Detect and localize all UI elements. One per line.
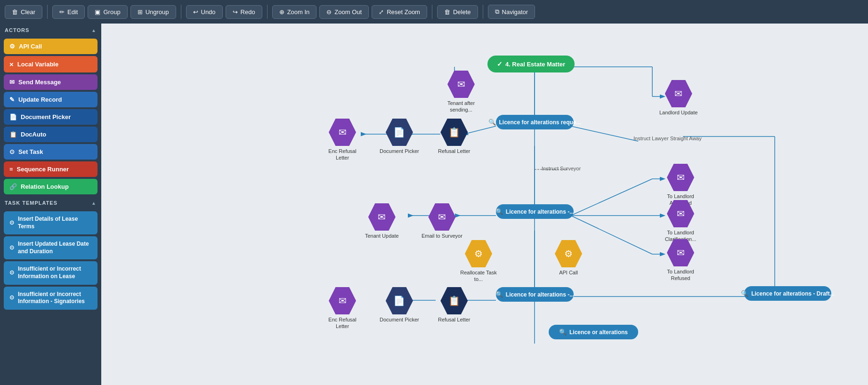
node-doc-picker-1[interactable]: 📄 Document Picker [380,119,419,154]
doc-picker-1-hex: 📄 [386,119,413,146]
node-refusal-1[interactable]: 📋 Refusal Letter [438,119,470,154]
node-landlord-clarification[interactable]: ✉ To Landlord Clarification... [659,200,702,243]
clear-icon: 🗑 [12,8,18,16]
node-licence-req[interactable]: 🔍 Licence for alterations reque... [496,115,574,129]
canvas-svg [101,24,868,385]
node-reallocate[interactable]: ⚙ Reallocate Task to... [457,240,500,283]
node-licence-alt2[interactable]: 🔍 Licence for alterations -... [496,287,574,302]
node-real-estate[interactable]: ✓ 4. Real Estate Matter [487,56,575,72]
enc-refusal-1-hex: ✉ [329,119,356,146]
licence-draft-icon: 🔍 [741,290,748,297]
svg-line-9 [571,126,638,141]
sidebar: ACTORS ▲ ⚙ API Call × Local Variable ✉ S… [0,24,101,385]
tasks-chevron[interactable]: ▲ [91,201,97,206]
sidebar-item-set-task[interactable]: ⊙ Set Task [4,144,97,160]
node-email-surveyor[interactable]: ✉ Email to Surveyor [422,203,462,239]
landlord-refused-hex: ✉ [667,239,694,266]
undo-button[interactable]: ↩ Undo [186,5,223,19]
real-estate-icon: ✓ [497,60,503,68]
node-tenant-update[interactable]: ✉ Tenant Update [365,203,399,239]
landlord-approved-hex: ✉ [667,164,694,191]
delete-icon: 🗑 [444,8,450,16]
settask-icon: ⊙ [9,148,15,155]
api-call-hex: ⚙ [555,240,582,267]
clear-button[interactable]: 🗑 Clear [5,5,42,19]
main-area: ACTORS ▲ ⚙ API Call × Local Variable ✉ S… [0,24,868,385]
tenant-hex: ✉ [447,71,475,98]
svg-line-18 [571,216,652,254]
separator-1 [47,5,48,19]
docpicker-icon: 📄 [9,113,17,120]
licence-or-alt-icon: 🔍 [559,329,567,336]
node-licence-or-alterations[interactable]: 🔍 Licence or alterations [549,325,638,339]
zoomout-button[interactable]: ⊖ Zoom Out [319,5,369,19]
svg-line-14 [571,179,652,216]
licence-alt1-icon: 🔍 [495,208,503,215]
separator-3 [267,5,268,19]
ungroup-button[interactable]: ⊞ Ungroup [130,5,176,19]
edit-icon: ✏ [59,8,65,16]
edit-button[interactable]: ✏ Edit [52,5,85,19]
separator-4 [432,5,432,19]
node-landlord-refused[interactable]: ✉ To Landlord Refused [659,239,702,282]
localvar-icon: × [9,60,14,68]
group-button[interactable]: ▣ Group [88,5,127,19]
sidebar-item-docauto[interactable]: 📋 DocAuto [4,127,97,142]
node-api-call[interactable]: ⚙ API Call [555,240,582,276]
refusal-1-hex: 📋 [440,119,468,146]
tenant-update-hex: ✉ [368,203,396,231]
update-icon: ✎ [9,96,15,103]
reallocate-hex: ⚙ [465,240,492,267]
sidebar-task-insufficient-signatories[interactable]: ⊙ Insufficient or Incorrect Information … [4,287,97,310]
docauto-icon: 📋 [9,131,17,138]
actors-chevron[interactable]: ▲ [91,28,97,33]
sidebar-item-local-variable[interactable]: × Local Variable [4,56,97,72]
node-enc-refusal-1[interactable]: ✉ Enc Refusal Letter [321,119,364,161]
enc-refusal-2-hex: ✉ [329,287,356,314]
instruct-lawyer-label: Instruct Lawyer Straight Away [633,136,702,141]
redo-button[interactable]: ↪ Redo [226,5,262,19]
ungroup-icon: ⊞ [138,8,143,16]
resetzoom-button[interactable]: ⤢ Reset Zoom [372,5,427,19]
delete-button[interactable]: 🗑 Delete [437,5,478,19]
task-icon-2: ⊙ [9,244,14,252]
email-surveyor-hex: ✉ [428,203,455,231]
sidebar-task-insert-lease[interactable]: ⊙ Insert Details of Lease Terms [4,211,97,234]
sidebar-task-insert-updated-lease[interactable]: ⊙ Insert Updated Lease Date and Duration [4,236,97,259]
node-licence-draft[interactable]: 🔍 Licence for alterations - Draft... [744,286,831,301]
task-icon-4: ⊙ [9,294,14,302]
sidebar-task-insufficient-lease[interactable]: ⊙ Insufficient or Incorrect Information … [4,261,97,284]
navigator-button[interactable]: ⧉ Navigator [488,5,535,19]
toolbar: 🗑 Clear ✏ Edit ▣ Group ⊞ Ungroup ↩ Undo … [0,0,868,24]
sidebar-item-send-message[interactable]: ✉ Send Message [4,74,97,90]
node-doc-picker-2[interactable]: 📄 Document Picker [380,287,419,323]
api-icon: ⚙ [9,43,15,50]
zoomin-icon: ⊕ [279,8,284,16]
instruct-surveyor-label: Instruct Surveyor [542,166,581,171]
node-tenant-after-sending[interactable]: ✉ Tenant after sending... [440,71,482,113]
licence-req-icon: 🔍 [488,119,496,126]
node-enc-refusal-2[interactable]: ✉ Enc Refusal Letter [321,287,364,330]
task-icon-1: ⊙ [9,219,14,227]
sidebar-item-sequence-runner[interactable]: ≡ Sequence Runner [4,161,97,177]
sidebar-item-api-call[interactable]: ⚙ API Call [4,39,97,54]
separator-2 [181,5,181,19]
licence-alt2-icon: 🔍 [495,291,503,298]
node-licence-alt1[interactable]: 🔍 Licence for alterations -... [496,204,574,219]
tasks-section-header: TASK TEMPLATES ▲ [0,196,101,209]
canvas[interactable]: ✓ 4. Real Estate Matter ✉ Tenant after s… [101,24,868,385]
refusal-2-hex: 📋 [440,287,468,314]
node-refusal-2[interactable]: 📋 Refusal Letter [438,287,470,323]
undo-icon: ↩ [193,8,198,16]
group-icon: ▣ [95,8,100,16]
separator-5 [483,5,483,19]
doc-picker-2-hex: 📄 [386,287,413,314]
zoomin-button[interactable]: ⊕ Zoom In [272,5,317,19]
sidebar-item-document-picker[interactable]: 📄 Document Picker [4,109,97,125]
send-icon: ✉ [9,79,15,86]
sidebar-item-update-record[interactable]: ✎ Update Record [4,92,97,107]
sidebar-item-relation-lookup[interactable]: 🔗 Relation Lookup [4,179,97,194]
relation-icon: 🔗 [9,183,17,190]
landlord-update-hex: ✉ [665,80,692,107]
node-landlord-update[interactable]: ✉ Landlord Update [659,80,698,116]
